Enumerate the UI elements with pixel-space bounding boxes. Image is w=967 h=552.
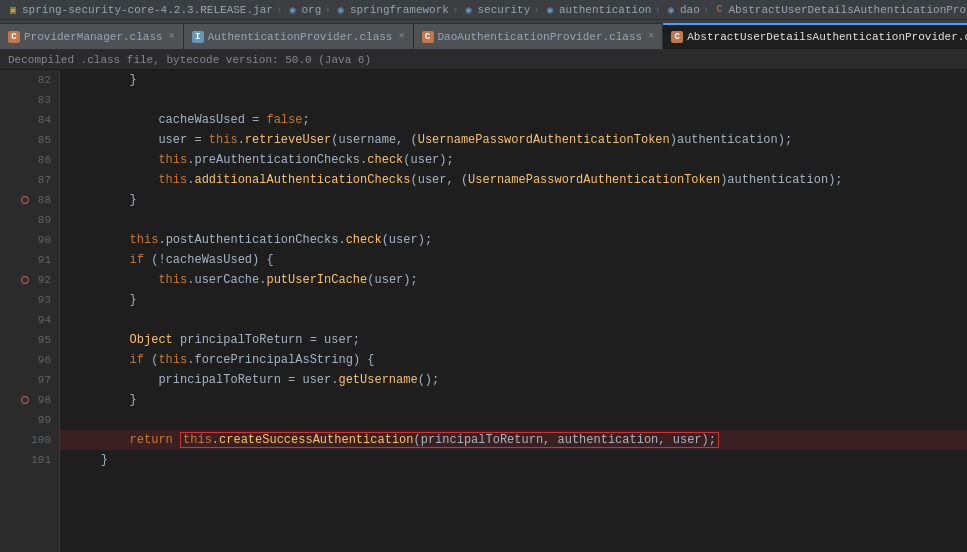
tab-bar: C ProviderManager.class × I Authenticati… — [0, 20, 967, 50]
gutter-98: 98 — [0, 390, 59, 410]
breadcrumb-sep-6: › — [703, 4, 710, 16]
pkg-icon-4: ◉ — [543, 3, 557, 17]
tab-icon-2: I — [192, 31, 204, 43]
code-line-86: this.preAuthenticationChecks.check(user)… — [60, 150, 967, 170]
code-line-88: } — [60, 190, 967, 210]
tab-icon-4: C — [671, 31, 683, 43]
gutter-85: 85 — [0, 130, 59, 150]
tab-close-1[interactable]: × — [169, 31, 175, 42]
gutter-94: 94 — [0, 310, 59, 330]
breadcrumb-class[interactable]: C AbstractUserDetailsAuthenticationProvi… — [712, 3, 967, 17]
gutter-82: 82 — [0, 70, 59, 90]
gutter-100: 100 — [0, 430, 59, 450]
line-gutter: 82 83 84 85 86 87 88 — [0, 70, 60, 552]
breadcrumb-sep-2: › — [324, 4, 331, 16]
code-content: } cacheWasUsed = false; user = this.retr… — [60, 70, 967, 552]
gutter-84: 84 — [0, 110, 59, 130]
breadcrumb-bar: ▣ spring-security-core-4.2.3.RELEASE.jar… — [0, 0, 967, 20]
code-line-100: return this.createSuccessAuthentication(… — [60, 430, 967, 450]
gutter-95: 95 — [0, 330, 59, 350]
code-line-91: if (!cacheWasUsed) { — [60, 250, 967, 270]
code-line-98: } — [60, 390, 967, 410]
highlighted-expression: this.createSuccessAuthentication(princip… — [180, 432, 719, 448]
pkg-icon-3: ◉ — [462, 3, 476, 17]
tab-label-4: AbstractUserDetailsAuthenticationProvide… — [687, 31, 967, 43]
gutter-92: 92 — [0, 270, 59, 290]
tab-icon-3: C — [422, 31, 434, 43]
gutter-101: 101 — [0, 450, 59, 470]
gutter-86: 86 — [0, 150, 59, 170]
code-line-82: } — [60, 70, 967, 90]
tab-close-2[interactable]: × — [398, 31, 404, 42]
breadcrumb-sep-5: › — [654, 4, 661, 16]
gutter-93: 93 — [0, 290, 59, 310]
tab-provider-manager[interactable]: C ProviderManager.class × — [0, 23, 184, 49]
code-line-89 — [60, 210, 967, 230]
breadcrumb-sep-4: › — [533, 4, 540, 16]
jar-icon: ▣ — [6, 3, 20, 17]
tab-dao-authentication[interactable]: C DaoAuthenticationProvider.class × — [414, 23, 664, 49]
gutter-90: 90 — [0, 230, 59, 250]
breadcrumb-jar-label: spring-security-core-4.2.3.RELEASE.jar — [22, 4, 273, 16]
code-line-90: this.postAuthenticationChecks.check(user… — [60, 230, 967, 250]
gutter-87: 87 — [0, 170, 59, 190]
breadcrumb-org[interactable]: ◉ org — [285, 3, 321, 17]
code-line-99 — [60, 410, 967, 430]
breakpoint-ring-92 — [21, 276, 29, 284]
code-line-84: cacheWasUsed = false; — [60, 110, 967, 130]
tab-icon-1: C — [8, 31, 20, 43]
tab-label-1: ProviderManager.class — [24, 31, 163, 43]
breakpoint-ring-88 — [21, 196, 29, 204]
gutter-96: 96 — [0, 350, 59, 370]
code-line-101: } — [60, 450, 967, 470]
gutter-99: 99 — [0, 410, 59, 430]
breadcrumb-security[interactable]: ◉ security — [462, 3, 531, 17]
breadcrumb-authentication[interactable]: ◉ authentication — [543, 3, 651, 17]
gutter-88: 88 — [0, 190, 59, 210]
info-text: Decompiled .class file, bytecode version… — [8, 54, 371, 66]
breakpoint-ring-98 — [21, 396, 29, 404]
breadcrumb-sep-1: › — [276, 4, 283, 16]
breadcrumb-jar[interactable]: ▣ spring-security-core-4.2.3.RELEASE.jar — [6, 3, 273, 17]
code-line-85: user = this.retrieveUser(username, (User… — [60, 130, 967, 150]
pkg-icon-1: ◉ — [285, 3, 299, 17]
pkg-icon-2: ◉ — [334, 3, 348, 17]
tab-abstract-user-details[interactable]: C AbstractUserDetailsAuthenticationProvi… — [663, 23, 967, 49]
gutter-91: 91 — [0, 250, 59, 270]
code-line-83 — [60, 90, 967, 110]
code-line-94 — [60, 310, 967, 330]
code-line-93: } — [60, 290, 967, 310]
tab-authentication-provider[interactable]: I AuthenticationProvider.class × — [184, 23, 414, 49]
gutter-83: 83 — [0, 90, 59, 110]
code-line-87: this.additionalAuthenticationChecks(user… — [60, 170, 967, 190]
code-line-95: Object principalToReturn = user; — [60, 330, 967, 350]
gutter-97: 97 — [0, 370, 59, 390]
gutter-89: 89 — [0, 210, 59, 230]
breadcrumb-sep-3: › — [452, 4, 459, 16]
code-area: 82 83 84 85 86 87 88 — [0, 70, 967, 552]
tab-label-2: AuthenticationProvider.class — [208, 31, 393, 43]
class-icon: C — [712, 3, 726, 17]
tab-label-3: DaoAuthenticationProvider.class — [438, 31, 643, 43]
pkg-icon-5: ◉ — [664, 3, 678, 17]
code-line-97: principalToReturn = user.getUsername(); — [60, 370, 967, 390]
code-line-96: if (this.forcePrincipalAsString) { — [60, 350, 967, 370]
breadcrumb-dao[interactable]: ◉ dao — [664, 3, 700, 17]
info-bar: Decompiled .class file, bytecode version… — [0, 50, 967, 70]
breadcrumb-springframework[interactable]: ◉ springframework — [334, 3, 449, 17]
code-line-92: this.userCache.putUserInCache(user); — [60, 270, 967, 290]
tab-close-3[interactable]: × — [648, 31, 654, 42]
